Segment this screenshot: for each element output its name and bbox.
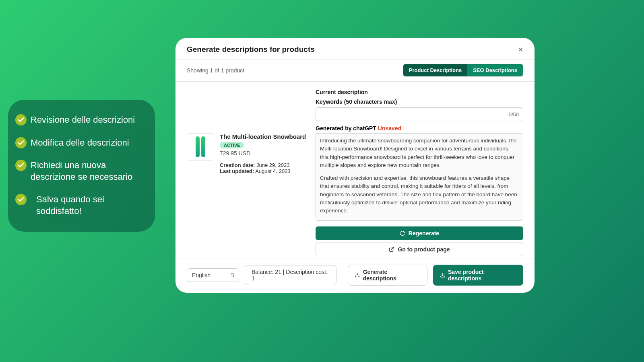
check-icon xyxy=(15,114,27,125)
svg-line-0 xyxy=(391,247,394,250)
generated-label: Generated by chatGPT Unsaved xyxy=(316,125,523,132)
description-panel: Current description Keywords (50 charact… xyxy=(316,89,523,259)
refresh-icon xyxy=(400,230,405,236)
check-icon xyxy=(15,137,27,148)
bullet-text: Richiedi una nuova descrizione se necess… xyxy=(31,160,147,183)
feature-bullets: Revisione delle descrizioni Modifica del… xyxy=(8,100,155,232)
generated-description[interactable]: Introducing the ultimate snowboarding co… xyxy=(316,133,523,221)
modal-body: The Multi-location Snowboard ACTIVE 729.… xyxy=(175,82,535,259)
keywords-field-wrapper: 0/50 xyxy=(316,107,523,121)
bullet-item: Richiedi una nuova descrizione se necess… xyxy=(15,160,147,183)
goto-product-button[interactable]: Go to product page xyxy=(316,243,523,256)
unsaved-indicator: Unsaved xyxy=(378,125,401,132)
generate-descriptions-button[interactable]: Generate descriptions xyxy=(348,265,427,286)
product-name: The Multi-location Snowboard xyxy=(220,133,306,140)
showing-count: Showing 1 of 1 product xyxy=(187,67,244,74)
keywords-input[interactable] xyxy=(316,108,523,121)
bullet-text: Revisione delle descrizioni xyxy=(31,114,135,126)
check-icon xyxy=(15,194,27,205)
bullet-text: Modifica delle descrizioni xyxy=(31,137,129,149)
snowboard-icon xyxy=(196,136,200,157)
status-badge: ACTIVE xyxy=(220,142,244,148)
product-thumbnail xyxy=(187,133,214,160)
check-icon xyxy=(15,160,27,171)
save-descriptions-button[interactable]: Save product descriptions xyxy=(433,265,524,286)
modal-title: Generate descriptions for products xyxy=(187,45,315,54)
description-tabs: Product Descriptions SEO Descriptions xyxy=(403,64,523,76)
language-select[interactable]: English xyxy=(187,268,239,282)
modal-footer: English Balance: 21 | Description cost: … xyxy=(175,259,535,293)
regenerate-button[interactable]: Regenerate xyxy=(316,226,523,240)
bullet-item: Salva quando sei soddisfatto! xyxy=(15,194,147,217)
bullet-item: Modifica delle descrizioni xyxy=(15,137,147,149)
keywords-count: 0/50 xyxy=(509,111,519,117)
modal-subheader: Showing 1 of 1 product Product Descripti… xyxy=(175,60,535,82)
external-link-icon xyxy=(389,247,394,252)
last-updated: Last updated: August 4, 2023 xyxy=(220,168,306,174)
product-info: The Multi-location Snowboard ACTIVE 729.… xyxy=(220,133,306,174)
creation-date: Creation date: June 29, 2023 xyxy=(220,162,306,168)
current-description-label: Current description xyxy=(316,89,523,95)
bullet-text: Salva quando sei soddisfatto! xyxy=(31,194,147,217)
generate-modal: Generate descriptions for products ✕ Sho… xyxy=(175,38,535,293)
tab-product-descriptions[interactable]: Product Descriptions xyxy=(403,64,467,76)
modal-header: Generate descriptions for products ✕ xyxy=(175,38,535,60)
download-icon xyxy=(440,272,446,278)
snowboard-icon xyxy=(201,136,205,157)
bullet-item: Revisione delle descrizioni xyxy=(15,114,147,126)
sparkle-icon xyxy=(355,272,360,278)
product-price: 729.95 USD xyxy=(220,150,306,156)
product-panel: The Multi-location Snowboard ACTIVE 729.… xyxy=(187,89,308,259)
keywords-label: Keywords (50 characters max) xyxy=(316,99,523,105)
tab-seo-descriptions[interactable]: SEO Descriptions xyxy=(467,64,523,76)
close-icon[interactable]: ✕ xyxy=(518,46,523,53)
balance-display: Balance: 21 | Description cost: 1 xyxy=(245,265,336,285)
